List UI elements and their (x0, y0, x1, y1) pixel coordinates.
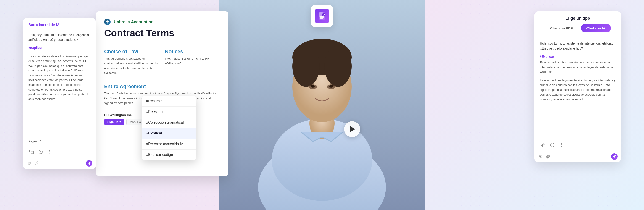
menu-item-resumir[interactable]: #Resumir (142, 96, 196, 106)
play-icon (350, 126, 355, 132)
history-icon[interactable] (38, 148, 44, 155)
chat-response-2: Este acuerdo es legalmente vinculante y … (540, 78, 616, 102)
svg-point-7 (324, 46, 352, 87)
app-icon-wrapper (310, 4, 334, 28)
contract-header: Umbrella Accounting Contract Terms (96, 12, 228, 43)
svg-point-23 (50, 153, 50, 154)
choice-of-law-title: Choice of Law (104, 48, 160, 54)
attachment-icon[interactable] (34, 161, 39, 166)
sign-here-button[interactable]: Sign Here (104, 119, 124, 125)
chat-location-icon[interactable] (538, 154, 544, 159)
chat-type-buttons: Chat con PDF Chat con IA (540, 24, 616, 32)
svg-marker-26 (88, 162, 90, 165)
chat-header: Elige un tipo Chat con PDF Chat con IA (534, 12, 621, 36)
menu-item-detectar[interactable]: #Detectar contenido IA (142, 139, 196, 150)
ai-sidebar: Barra lateral de IA Hola, soy Lumi, tu a… (23, 18, 96, 169)
svg-rect-16 (320, 18, 323, 19)
chat-history-icon[interactable] (549, 142, 556, 148)
location-icon[interactable] (26, 161, 32, 166)
hero-image-area (219, 0, 425, 210)
app-icon (310, 4, 334, 28)
notices-title: Notices (165, 48, 220, 54)
chat-body: Hola, soy Lumi, tu asistente de intelige… (534, 36, 621, 139)
sidebar-input-row (23, 158, 96, 169)
video-play-button[interactable] (344, 121, 360, 137)
menu-item-reescribir[interactable]: #Reescribir (142, 106, 196, 117)
main-scene: Barra lateral de IA Hola, soy Lumi, tu a… (0, 0, 644, 210)
chat-greeting: Hola, soy Lumi, tu asistente de intelige… (540, 41, 616, 51)
entire-agreement-title: Entire Agreement (104, 84, 220, 90)
chat-input-row (534, 151, 621, 162)
svg-point-32 (540, 156, 541, 156)
app-icon-inner (315, 9, 329, 23)
svg-point-22 (50, 152, 50, 152)
chat-send-button[interactable] (611, 154, 618, 160)
ai-chat-panel: Elige un tipo Chat con PDF Chat con IA H… (534, 12, 621, 162)
chat-more-icon[interactable] (558, 142, 564, 148)
sidebar-page: Página : 1 (23, 140, 96, 146)
svg-point-21 (50, 150, 50, 151)
chat-copy-icon[interactable] (540, 142, 546, 148)
chat-tag: #Explicar (540, 55, 616, 58)
svg-rect-17 (320, 16, 324, 17)
menu-item-correccion[interactable]: #Corrección gramatical (142, 117, 196, 128)
menu-item-explicar-codigo[interactable]: #Explicar código (142, 150, 196, 160)
copy-icon[interactable] (28, 148, 35, 155)
sidebar-greeting: Hola, soy Lumi, tu asistente de intelige… (23, 29, 96, 46)
sidebar-tag: #Explicar (23, 46, 96, 52)
sidebar-content: Este contrato establece los términos que… (23, 52, 96, 140)
umbrella-icon (104, 19, 110, 25)
contract-title: Contract Terms (104, 28, 220, 38)
two-col-sections: Choice of Law This agreement is set base… (104, 48, 220, 80)
sidebar-send-button[interactable] (86, 160, 92, 167)
choice-of-law-section: Choice of Law This agreement is set base… (104, 48, 160, 80)
notices-text: If to Angular Systems Inc. If to HH Well… (165, 56, 220, 66)
sidebar-toolbar (23, 146, 96, 158)
chat-response-1: Este acuerdo se basa en términos contrac… (540, 60, 616, 74)
chat-ai-button[interactable]: Chat con IA (581, 24, 611, 32)
svg-point-6 (292, 46, 320, 87)
svg-point-10 (311, 85, 315, 88)
svg-point-11 (329, 85, 333, 88)
umbrella-logo: Umbrella Accounting (104, 19, 220, 25)
chat-pdf-button[interactable]: Chat con PDF (545, 24, 578, 32)
svg-rect-19 (31, 151, 34, 154)
notices-section: Notices If to Angular Systems Inc. If to… (165, 48, 220, 80)
sidebar-title: Barra lateral de IA (23, 18, 96, 29)
chat-toolbar (534, 139, 621, 151)
more-icon[interactable] (46, 148, 53, 155)
svg-point-31 (561, 146, 562, 147)
svg-point-30 (561, 145, 562, 146)
context-menu: #Resumir #Reescribir #Corrección gramati… (142, 96, 196, 160)
svg-point-29 (561, 143, 562, 144)
svg-point-24 (29, 162, 30, 164)
svg-rect-27 (542, 144, 545, 147)
svg-marker-34 (613, 155, 616, 158)
choice-of-law-text: This agreement is set based on contractu… (104, 56, 160, 75)
logo-text: Umbrella Accounting (112, 20, 154, 24)
svg-rect-15 (320, 17, 324, 18)
chat-attachment-icon[interactable] (545, 154, 551, 159)
menu-item-explicar[interactable]: #Explicar (142, 128, 196, 139)
chat-type-label: Elige un tipo (540, 16, 616, 21)
